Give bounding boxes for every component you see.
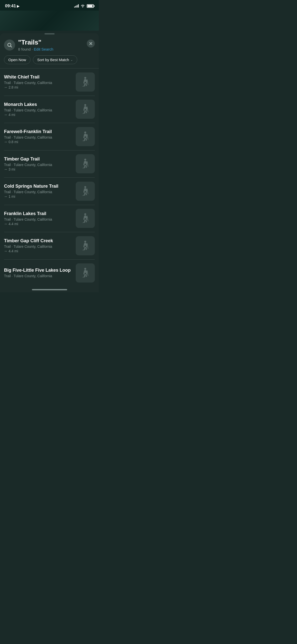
trail-distance: ↔ 0.8 mi xyxy=(4,140,72,144)
close-button[interactable] xyxy=(87,39,95,48)
signal-icon xyxy=(74,5,79,8)
svg-line-9 xyxy=(87,134,88,139)
list-item[interactable]: Timber Gap Trail Trail · Tulare County, … xyxy=(0,150,99,177)
trail-info: Timber Gap Cliff Creek Trail · Tulare Co… xyxy=(4,238,76,253)
list-item[interactable]: Big Five-Little Five Lakes Loop Trail · … xyxy=(0,259,99,287)
trail-thumbnail xyxy=(76,182,95,201)
svg-point-16 xyxy=(84,240,86,243)
header-text: "Trails" 8 found · Edit Search xyxy=(18,38,53,51)
svg-point-8 xyxy=(84,131,86,133)
trail-name: Big Five-Little Five Lakes Loop xyxy=(4,268,72,273)
trail-type: Trail · Tulare County, California xyxy=(4,217,72,221)
list-item[interactable]: Monarch Lakes Trail · Tulare County, Cal… xyxy=(0,96,99,123)
map-background xyxy=(0,11,99,31)
drag-handle[interactable] xyxy=(45,33,55,34)
list-item[interactable]: White Chief Trail Trail · Tulare County,… xyxy=(0,68,99,96)
svg-point-14 xyxy=(84,213,86,215)
open-now-button[interactable]: Open Now xyxy=(4,55,30,64)
status-time: 09:41 ▶ xyxy=(5,4,19,9)
time-display: 09:41 xyxy=(5,4,16,9)
trail-name: Cold Springs Nature Trail xyxy=(4,184,72,189)
edit-search-link[interactable]: Edit Search xyxy=(34,47,54,51)
trail-info: Franklin Lakes Trail Trail · Tulare Coun… xyxy=(4,211,76,226)
trail-name: Farewell-Franklin Trail xyxy=(4,129,72,134)
trail-name: Monarch Lakes xyxy=(4,102,72,107)
trail-name: Franklin Lakes Trail xyxy=(4,211,72,216)
trail-thumbnail xyxy=(76,236,95,255)
search-meta: 8 found · Edit Search xyxy=(18,47,53,51)
trail-distance: ↔ 2.8 mi xyxy=(4,85,72,89)
trail-info: Cold Springs Nature Trail Trail · Tulare… xyxy=(4,184,76,198)
svg-line-11 xyxy=(87,161,88,167)
trail-info: White Chief Trail Trail · Tulare County,… xyxy=(4,74,76,89)
trail-thumbnail xyxy=(76,154,95,173)
trail-name: Timber Gap Trail xyxy=(4,156,72,162)
result-count: 8 found xyxy=(18,47,31,51)
trail-thumbnail xyxy=(76,72,95,92)
trail-info: Monarch Lakes Trail · Tulare County, Cal… xyxy=(4,102,76,117)
home-indicator xyxy=(0,287,99,292)
open-now-label: Open Now xyxy=(8,58,26,62)
svg-line-7 xyxy=(87,107,88,112)
svg-point-18 xyxy=(84,268,86,270)
svg-point-0 xyxy=(8,43,11,47)
trail-type: Trail · Tulare County, California xyxy=(4,245,72,249)
trail-type: Trail · Tulare County, California xyxy=(4,274,72,278)
trail-type: Trail · Tulare County, California xyxy=(4,190,72,194)
sort-label: Sort by Best Match xyxy=(37,58,69,62)
list-item[interactable]: Franklin Lakes Trail Trail · Tulare Coun… xyxy=(0,205,99,232)
list-item[interactable]: Farewell-Franklin Trail Trail · Tulare C… xyxy=(0,123,99,150)
trail-name: Timber Gap Cliff Creek xyxy=(4,238,72,244)
trail-distance: ↔ 4 mi xyxy=(4,113,72,117)
location-icon: ▶ xyxy=(17,4,19,8)
trail-distance: ↔ 4.4 mi xyxy=(4,249,72,253)
svg-line-17 xyxy=(87,243,88,249)
trail-thumbnail xyxy=(76,100,95,119)
svg-line-15 xyxy=(87,216,88,221)
trail-info: Timber Gap Trail Trail · Tulare County, … xyxy=(4,156,76,171)
trail-type: Trail · Tulare County, California xyxy=(4,135,72,139)
trail-info: Farewell-Franklin Trail Trail · Tulare C… xyxy=(4,129,76,144)
trail-name: White Chief Trail xyxy=(4,74,72,80)
trail-distance: ↔ 3 mi xyxy=(4,167,72,171)
filter-row: Open Now Sort by Best Match ⌄ xyxy=(0,55,99,68)
battery-icon xyxy=(87,4,94,8)
search-icon xyxy=(4,39,15,51)
trail-thumbnail xyxy=(76,263,95,283)
wifi-icon xyxy=(80,4,85,8)
sort-button[interactable]: Sort by Best Match ⌄ xyxy=(33,55,77,64)
status-icons xyxy=(74,4,94,8)
list-item[interactable]: Timber Gap Cliff Creek Trail · Tulare Co… xyxy=(0,232,99,259)
trail-list: White Chief Trail Trail · Tulare County,… xyxy=(0,68,99,287)
home-bar xyxy=(32,289,67,290)
list-item[interactable]: Cold Springs Nature Trail Trail · Tulare… xyxy=(0,178,99,205)
trail-type: Trail · Tulare County, California xyxy=(4,81,72,85)
svg-point-4 xyxy=(84,77,86,79)
trail-thumbnail xyxy=(76,209,95,228)
svg-line-19 xyxy=(87,270,88,276)
trail-type: Trail · Tulare County, California xyxy=(4,163,72,167)
trail-thumbnail xyxy=(76,127,95,146)
svg-line-13 xyxy=(87,189,88,194)
svg-line-1 xyxy=(11,46,12,47)
svg-point-6 xyxy=(84,104,86,106)
bottom-sheet: "Trails" 8 found · Edit Search Open Now … xyxy=(0,33,99,292)
sheet-header: "Trails" 8 found · Edit Search xyxy=(0,38,99,55)
svg-point-12 xyxy=(84,186,86,188)
search-title: "Trails" xyxy=(18,38,53,46)
trail-distance: ↔ 4.4 mi xyxy=(4,222,72,226)
chevron-down-icon: ⌄ xyxy=(70,58,73,62)
trail-distance: ↔ 1 mi xyxy=(4,194,72,198)
trail-type: Trail · Tulare County, California xyxy=(4,108,72,112)
trail-info: Big Five-Little Five Lakes Loop Trail · … xyxy=(4,268,76,278)
header-left: "Trails" 8 found · Edit Search xyxy=(4,38,53,51)
status-bar: 09:41 ▶ xyxy=(0,0,99,11)
svg-line-5 xyxy=(87,79,88,85)
svg-point-10 xyxy=(84,159,86,161)
